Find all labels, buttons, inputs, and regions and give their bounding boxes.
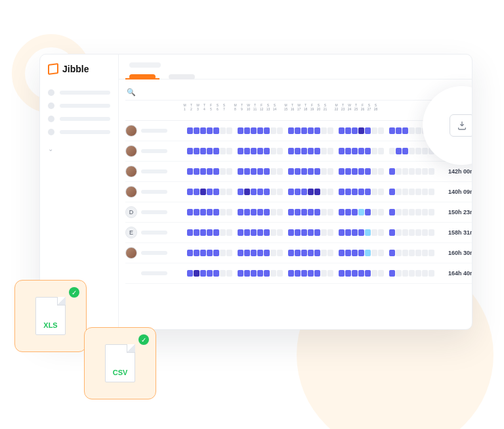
day-cell[interactable] — [409, 229, 415, 236]
day-cell[interactable] — [187, 168, 193, 175]
day-cell[interactable] — [365, 168, 371, 175]
day-cell[interactable] — [339, 229, 345, 236]
day-cell[interactable] — [358, 209, 364, 215]
day-cell[interactable] — [220, 270, 226, 277]
day-cell[interactable] — [270, 189, 276, 195]
day-cell[interactable] — [244, 148, 250, 154]
day-cell[interactable] — [220, 189, 226, 195]
nav-item[interactable] — [48, 99, 110, 112]
day-cell[interactable] — [345, 209, 351, 215]
day-cell[interactable] — [264, 229, 270, 236]
day-cell[interactable] — [409, 250, 415, 256]
day-cell[interactable] — [200, 127, 206, 134]
day-cell[interactable] — [429, 250, 434, 256]
day-cell[interactable] — [251, 189, 257, 195]
day-cell[interactable] — [277, 168, 283, 175]
day-cell[interactable] — [194, 127, 200, 134]
day-cell[interactable] — [429, 209, 434, 215]
day-cell[interactable] — [327, 229, 333, 236]
day-cell[interactable] — [187, 127, 193, 134]
day-cell[interactable] — [327, 148, 333, 154]
day-cell[interactable] — [396, 229, 402, 236]
table-row[interactable]: 160h 00m — [125, 141, 472, 162]
day-cell[interactable] — [207, 168, 213, 175]
day-cell[interactable] — [288, 209, 294, 215]
day-cell[interactable] — [220, 229, 226, 236]
day-cell[interactable] — [365, 127, 371, 134]
day-cell[interactable] — [301, 209, 307, 215]
day-cell[interactable] — [321, 127, 327, 134]
day-cell[interactable] — [314, 229, 320, 236]
day-cell[interactable] — [288, 189, 294, 195]
day-cell[interactable] — [226, 270, 232, 277]
day-cell[interactable] — [327, 250, 333, 256]
day-cell[interactable] — [257, 148, 263, 154]
day-cell[interactable] — [365, 209, 371, 215]
day-cell[interactable] — [409, 148, 415, 154]
day-cell[interactable] — [339, 127, 345, 134]
day-cell[interactable] — [251, 229, 257, 236]
day-cell[interactable] — [226, 209, 232, 215]
day-cell[interactable] — [220, 209, 226, 215]
day-cell[interactable] — [295, 209, 301, 215]
day-cell[interactable] — [429, 168, 434, 175]
day-cell[interactable] — [308, 270, 314, 277]
day-cell[interactable] — [238, 148, 243, 154]
day-cell[interactable] — [251, 250, 257, 256]
day-cell[interactable] — [422, 168, 428, 175]
day-cell[interactable] — [213, 229, 219, 236]
day-cell[interactable] — [396, 189, 402, 195]
download-button[interactable] — [450, 114, 472, 137]
day-cell[interactable] — [378, 270, 384, 277]
day-cell[interactable] — [389, 250, 395, 256]
day-cell[interactable] — [339, 250, 345, 256]
day-cell[interactable] — [295, 229, 301, 236]
day-cell[interactable] — [277, 209, 283, 215]
day-cell[interactable] — [207, 270, 213, 277]
day-cell[interactable] — [207, 209, 213, 215]
day-cell[interactable] — [264, 127, 270, 134]
day-cell[interactable] — [220, 127, 226, 134]
day-cell[interactable] — [251, 168, 257, 175]
day-cell[interactable] — [415, 209, 421, 215]
day-cell[interactable] — [194, 250, 200, 256]
day-cell[interactable] — [429, 229, 434, 236]
day-cell[interactable] — [378, 189, 384, 195]
nav-item[interactable] — [48, 112, 110, 125]
day-cell[interactable] — [200, 250, 206, 256]
day-cell[interactable] — [194, 229, 200, 236]
day-cell[interactable] — [238, 168, 243, 175]
day-cell[interactable] — [402, 148, 408, 154]
search-icon[interactable]: 🔍 — [127, 88, 136, 97]
day-cell[interactable] — [264, 209, 270, 215]
day-cell[interactable] — [345, 189, 351, 195]
tab-active[interactable] — [129, 74, 156, 79]
day-cell[interactable] — [327, 127, 333, 134]
day-cell[interactable] — [226, 250, 232, 256]
day-cell[interactable] — [358, 270, 364, 277]
day-cell[interactable] — [288, 168, 294, 175]
day-cell[interactable] — [371, 209, 377, 215]
day-cell[interactable] — [422, 270, 428, 277]
day-cell[interactable] — [244, 270, 250, 277]
day-cell[interactable] — [251, 148, 257, 154]
day-cell[interactable] — [409, 127, 415, 134]
day-cell[interactable] — [244, 189, 250, 195]
day-cell[interactable] — [378, 127, 384, 134]
day-cell[interactable] — [371, 168, 377, 175]
day-cell[interactable] — [345, 250, 351, 256]
day-cell[interactable] — [257, 250, 263, 256]
day-cell[interactable] — [301, 168, 307, 175]
day-cell[interactable] — [288, 229, 294, 236]
day-cell[interactable] — [270, 127, 276, 134]
day-cell[interactable] — [295, 148, 301, 154]
day-cell[interactable] — [321, 189, 327, 195]
day-cell[interactable] — [321, 148, 327, 154]
day-cell[interactable] — [270, 250, 276, 256]
day-cell[interactable] — [339, 189, 345, 195]
day-cell[interactable] — [226, 229, 232, 236]
day-cell[interactable] — [238, 270, 243, 277]
day-cell[interactable] — [358, 127, 364, 134]
day-cell[interactable] — [371, 229, 377, 236]
day-cell[interactable] — [238, 127, 243, 134]
